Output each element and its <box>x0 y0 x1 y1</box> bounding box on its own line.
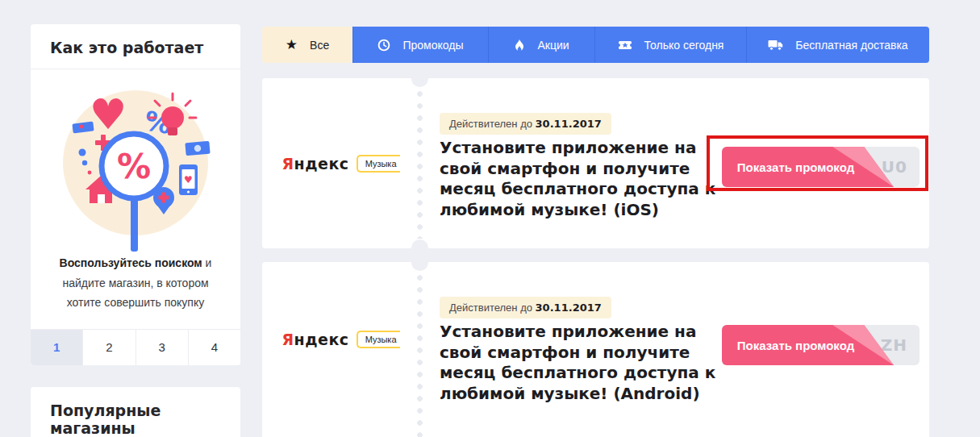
how-it-works-illustration: ♥ % <box>31 69 240 252</box>
tab-deals-label: Акции <box>537 39 569 52</box>
music-tag: Музыка <box>357 331 400 348</box>
how-it-works-title: Как это работает <box>31 24 240 69</box>
tab-promocodes-label: Промокоды <box>402 39 463 52</box>
tab-all-label: Все <box>310 39 329 52</box>
heart-icon: ♥ <box>90 90 127 139</box>
music-tag: Музыка <box>357 155 400 173</box>
magnifier-icon: % <box>102 134 166 252</box>
pagination-page-4[interactable]: 4 <box>188 330 240 365</box>
banknote-icon <box>185 141 210 156</box>
yandex-wordmark: Яндекс <box>281 155 348 173</box>
pagination-page-2[interactable]: 2 <box>82 330 135 365</box>
tab-all[interactable]: ★ Все <box>262 27 352 63</box>
validity-date: 30.11.2017 <box>536 118 602 130</box>
validity-badge: Действителен до 30.11.2017 <box>440 113 611 135</box>
yandex-music-logo: Яндекс Музыка <box>281 155 399 173</box>
tab-today-only[interactable]: Только сегодня <box>594 27 746 63</box>
main-content: ★ Все Промокоды Акции <box>262 27 929 63</box>
tab-promocodes[interactable]: Промокоды <box>352 27 488 63</box>
pagination-page-1[interactable]: 1 <box>31 330 82 365</box>
promo-code-widget: U0 Показать промокод <box>722 147 920 187</box>
validity-label: Действителен до <box>449 302 532 314</box>
yandex-music-logo: Яндекс Музыка <box>281 331 399 348</box>
popular-stores-card: Популярные магазины <box>31 387 240 437</box>
flame-icon <box>514 39 525 52</box>
svg-text:%: % <box>117 147 151 186</box>
validity-badge: Действителен до 30.11.2017 <box>440 297 611 318</box>
how-it-works-description: Воспользуйтесь поиском и найдите магазин… <box>31 252 240 329</box>
description-bold: Воспользуйтесь поиском <box>60 256 202 269</box>
smartphone-icon: ♥ <box>179 164 198 195</box>
popular-stores-title: Популярные магазины <box>31 387 240 437</box>
coupon-site-page: { "sidebar": { "how_it_works": { "title"… <box>0 0 980 437</box>
tab-free-shipping[interactable]: Бесплатная доставка <box>746 27 929 63</box>
yandex-wordmark: Яндекс <box>281 331 348 348</box>
coupon-title[interactable]: Установите приложение на свой смартфон и… <box>440 138 718 220</box>
how-it-works-pagination: 1 2 3 4 <box>31 329 240 365</box>
promo-code-widget: ZH Показать промокод <box>722 325 920 365</box>
validity-date: 30.11.2017 <box>536 302 602 314</box>
tab-free-shipping-label: Бесплатная доставка <box>795 39 907 52</box>
store-logo-yandex-music[interactable]: Яндекс Музыка <box>262 78 419 248</box>
clock-icon <box>377 39 390 52</box>
sidebar: Как это работает ♥ % <box>31 24 240 437</box>
pagination-page-3[interactable]: 3 <box>136 330 188 365</box>
validity-label: Действителен до <box>449 118 532 130</box>
how-it-works-card: Как это работает ♥ % <box>31 24 240 365</box>
coupon-card-android: Яндекс Музыка Действителен до 30.11.2017… <box>262 262 929 437</box>
star-icon: ★ <box>286 38 298 52</box>
coupon-card-ios: Яндекс Музыка Действителен до 30.11.2017… <box>262 78 929 248</box>
svg-text:♥: ♥ <box>184 174 193 185</box>
search-discount-illustration: ♥ % <box>50 76 221 252</box>
ticket-icon <box>618 40 632 51</box>
store-logo-yandex-music[interactable]: Яндекс Музыка <box>262 262 419 437</box>
filter-tabs: ★ Все Промокоды Акции <box>262 27 929 63</box>
coupon-title[interactable]: Установите приложение на свой смартфон и… <box>440 322 718 404</box>
tab-deals[interactable]: Акции <box>488 27 594 63</box>
truck-icon <box>768 40 783 51</box>
tab-today-only-label: Только сегодня <box>644 39 724 52</box>
